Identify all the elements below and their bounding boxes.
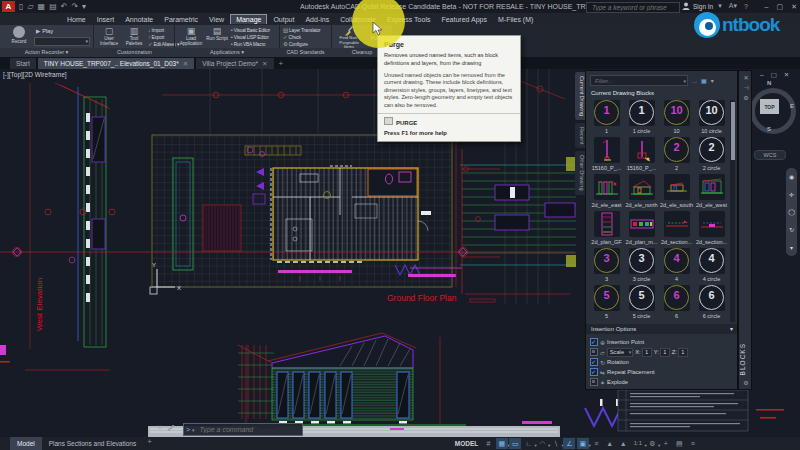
full-navigation-wheel-icon[interactable]: ◉ — [789, 173, 794, 180]
new-drawing-tab-button[interactable]: + — [276, 58, 287, 69]
export-button[interactable]: ↑Export — [148, 34, 164, 41]
palette-tab-current-drawing[interactable]: Current Drawing — [575, 72, 585, 120]
insertion-option-rotation[interactable]: ↻Rotation — [590, 357, 735, 367]
block-item-5[interactable]: 55 — [589, 285, 624, 322]
navbar-more-icon[interactable]: ▾ — [790, 244, 793, 251]
doc-restore-button[interactable]: ▢ — [771, 71, 777, 79]
viewcube-top-face[interactable]: TOP — [760, 99, 779, 114]
block-item-2d-ele-west[interactable]: 2d_ele_west — [694, 174, 729, 211]
block-item-6-circle[interactable]: 66 circle — [694, 285, 729, 322]
autocad-app-icon[interactable]: A — [2, 1, 15, 12]
scale-dropdown[interactable]: Scale — [607, 348, 634, 357]
insertion-option-explode[interactable]: ✶Explode — [590, 377, 735, 387]
block-item-2d-plan-m[interactable]: 2d_plan_m... — [624, 211, 659, 248]
maximize-button[interactable]: ▢ — [777, 3, 784, 11]
palette-properties-icon[interactable]: ⚙ — [739, 94, 753, 101]
viewport-controls-label[interactable]: [-][Top][2D Wireframe] — [3, 71, 67, 78]
panel-label-applications[interactable]: Applications ▾ — [175, 49, 279, 55]
blocks-filter-combobox[interactable] — [590, 75, 688, 86]
annotation-autoscale-icon[interactable]: ▲ — [617, 438, 629, 449]
blocks-filter-input[interactable] — [593, 77, 681, 85]
tray-icon[interactable]: ▤ — [673, 438, 685, 449]
ribbon-tab-m-files-m[interactable]: M-Files (M) — [493, 15, 538, 24]
checkbox-repeat-placement[interactable] — [590, 368, 598, 376]
palette-tab-recent[interactable]: Recent — [575, 123, 585, 148]
block-item-2d-section[interactable]: 2d_section... — [694, 211, 729, 248]
navigation-bar[interactable]: ◉ ✛ ◯ ↻ ▾ — [786, 168, 797, 256]
undo-icon[interactable]: ↶ — [61, 1, 68, 12]
workspace-gear-icon[interactable]: ⚙▾ — [646, 438, 658, 449]
panel-label-customization[interactable]: Customization — [95, 49, 174, 55]
panel-label-cad-standards[interactable]: CAD Standards — [280, 49, 331, 55]
help-icon[interactable]: ? — [744, 3, 748, 10]
import-button[interactable]: ↓Import — [148, 27, 164, 34]
minimize-button[interactable]: – — [765, 3, 769, 10]
file-tab-tiny-house-trp007-elevations-01-d03[interactable]: TINY HOUSE_TRP007_.. Elevations_01_D03*✕ — [38, 58, 194, 69]
insertion-option-scale[interactable]: ▱ScaleX:1Y:1Z:1 — [590, 347, 735, 357]
load-application-button[interactable]: ▣ Load Application — [178, 26, 204, 47]
block-item-10[interactable]: 1010 — [659, 100, 694, 137]
grid-icon[interactable]: # — [482, 438, 494, 449]
view-options-icon[interactable]: ▦ — [701, 77, 707, 84]
ribbon-tab-home[interactable]: Home — [62, 15, 91, 24]
palette-autohide-icon[interactable]: ⊣ — [739, 84, 753, 91]
play-button[interactable]: ▶ Play — [36, 28, 53, 35]
block-item-2-circle[interactable]: 22 circle — [694, 137, 729, 174]
ribbon-tab-parametric[interactable]: Parametric — [159, 15, 203, 24]
wcs-dropdown[interactable]: WCS — [754, 150, 786, 160]
viewcube[interactable]: N E S W TOP — [746, 82, 798, 140]
new-layout-button[interactable]: + — [143, 437, 156, 450]
scale-z-field[interactable]: 1 — [678, 348, 688, 357]
user-interface-button[interactable]: ▢ User Interface — [97, 26, 121, 47]
doc-close-button[interactable]: ✕ — [784, 71, 789, 79]
cart-icon[interactable]: ▾ — [718, 2, 722, 10]
layout-tab-model[interactable]: Model — [10, 437, 42, 450]
orbit-icon[interactable]: ↻ — [789, 226, 794, 233]
zoom-icon[interactable]: ◯ — [788, 208, 795, 215]
record-button[interactable]: Record — [6, 26, 32, 47]
insertion-option-insertion-point[interactable]: ⊕Insertion Point — [590, 337, 735, 347]
palette-close-icon[interactable]: ✕ — [739, 74, 753, 81]
isodraft-icon[interactable]: ∖▾ — [550, 438, 562, 449]
command-caret-icon[interactable]: ▾ — [192, 427, 195, 433]
save-icon[interactable]: ▦ — [38, 1, 46, 12]
annotation-monitor-icon[interactable]: + — [660, 438, 672, 449]
block-item-10-circle[interactable]: 1010 circle — [694, 100, 729, 137]
osnap-icon[interactable]: ▣▾ — [577, 438, 589, 449]
ribbon-tab-output[interactable]: Output — [268, 15, 299, 24]
command-line[interactable]: > ▾ — [183, 423, 303, 436]
checkbox-rotation[interactable] — [590, 358, 598, 366]
ribbon-tab-manage[interactable]: Manage — [230, 14, 267, 24]
model-space-button[interactable]: MODEL — [451, 440, 482, 447]
osnap-tracking-icon[interactable]: ∠ — [563, 438, 575, 449]
block-item-2d-ele-north[interactable]: 2d_ele_north — [624, 174, 659, 211]
close-button[interactable]: ✕ — [791, 3, 797, 11]
block-item-2d-section[interactable]: 2d_section... — [659, 211, 694, 248]
palette-tab-other-drawing[interactable]: Other Drawing — [575, 151, 585, 194]
run-script-button[interactable]: ▤ Run Script — [206, 26, 228, 47]
layout-tab-plans-sections-and-elevations[interactable]: Plans Sections and Elevations — [42, 437, 143, 450]
palette-scrollbar[interactable] — [730, 100, 735, 322]
autodesk-a-icon[interactable]: A▾ — [729, 2, 737, 10]
ribbon-tab-add-ins[interactable]: Add-ins — [300, 15, 334, 24]
block-item-15160-p[interactable]: 15160_P_... — [624, 137, 659, 174]
file-tab-start[interactable]: Start — [10, 58, 36, 69]
insertion-options-header[interactable]: Insertion Options▾ — [586, 324, 737, 334]
block-item-4[interactable]: 44 — [659, 248, 694, 285]
file-tab-villa-project-demo[interactable]: Villa Project Demo*✕ — [196, 58, 273, 69]
configure-button[interactable]: ⚙Configure — [283, 41, 308, 48]
viewcube-north[interactable]: N — [767, 80, 771, 86]
checkbox-scale[interactable] — [590, 348, 598, 356]
file-tab-close-icon[interactable]: ✕ — [183, 60, 188, 67]
checkbox-explode[interactable] — [590, 378, 598, 386]
visual-lisp-editor-button[interactable]: ▪Visual LISP Editor — [231, 34, 269, 41]
command-close-icon[interactable]: ✕ — [157, 424, 163, 432]
block-item-2d-plan-gf[interactable]: 2d_plan_GF — [589, 211, 624, 248]
block-item-2d-ele-east[interactable]: 2d_ele_east — [589, 174, 624, 211]
block-item-2d-ele-south[interactable]: 2d_ele_south — [659, 174, 694, 211]
palette-gear-icon[interactable]: ⚙ — [739, 379, 753, 386]
block-item-2[interactable]: 22 — [659, 137, 694, 174]
layer-translator-button[interactable]: ▤Layer Translator — [283, 27, 320, 34]
viewcube-east[interactable]: E — [790, 103, 794, 109]
command-customize-icon[interactable] — [167, 425, 174, 432]
